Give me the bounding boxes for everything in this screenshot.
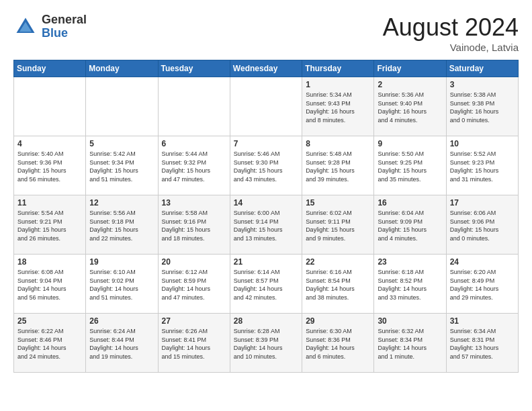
day-info: Sunrise: 6:06 AM Sunset: 9:06 PM Dayligh… <box>450 209 515 242</box>
header-cell-tuesday: Tuesday <box>158 60 230 77</box>
day-number: 31 <box>450 316 515 326</box>
day-info: Sunrise: 6:26 AM Sunset: 8:41 PM Dayligh… <box>162 327 226 361</box>
day-cell: 9Sunrise: 5:50 AM Sunset: 9:25 PM Daylig… <box>374 136 446 195</box>
day-info: Sunrise: 6:02 AM Sunset: 9:11 PM Dayligh… <box>306 209 370 242</box>
day-info: Sunrise: 5:44 AM Sunset: 9:32 PM Dayligh… <box>162 150 226 183</box>
day-number: 13 <box>162 198 226 208</box>
day-number: 8 <box>306 139 370 148</box>
day-info: Sunrise: 6:18 AM Sunset: 8:52 PM Dayligh… <box>378 268 442 302</box>
day-info: Sunrise: 6:08 AM Sunset: 9:04 PM Dayligh… <box>17 268 82 302</box>
day-number: 4 <box>17 139 82 148</box>
week-row-3: 18Sunrise: 6:08 AM Sunset: 9:04 PM Dayli… <box>14 255 519 314</box>
day-cell: 5Sunrise: 5:42 AM Sunset: 9:34 PM Daylig… <box>86 136 158 195</box>
day-number: 15 <box>306 198 370 208</box>
day-cell: 28Sunrise: 6:28 AM Sunset: 8:39 PM Dayli… <box>230 314 302 373</box>
day-info: Sunrise: 5:38 AM Sunset: 9:38 PM Dayligh… <box>450 91 515 124</box>
day-number: 20 <box>162 257 226 267</box>
day-cell: 18Sunrise: 6:08 AM Sunset: 9:04 PM Dayli… <box>14 255 86 314</box>
day-info: Sunrise: 6:22 AM Sunset: 8:46 PM Dayligh… <box>17 327 82 361</box>
day-info: Sunrise: 6:34 AM Sunset: 8:31 PM Dayligh… <box>450 327 515 361</box>
day-cell: 10Sunrise: 5:52 AM Sunset: 9:23 PM Dayli… <box>446 136 518 195</box>
page-header: General Blue August 2024 Vainode, Latvia <box>13 13 519 53</box>
day-number: 5 <box>89 139 154 148</box>
calendar-table: SundayMondayTuesdayWednesdayThursdayFrid… <box>13 60 519 373</box>
day-cell: 7Sunrise: 5:46 AM Sunset: 9:30 PM Daylig… <box>230 136 302 195</box>
day-info: Sunrise: 5:40 AM Sunset: 9:36 PM Dayligh… <box>17 150 82 183</box>
day-cell: 21Sunrise: 6:14 AM Sunset: 8:57 PM Dayli… <box>230 255 302 314</box>
day-cell: 27Sunrise: 6:26 AM Sunset: 8:41 PM Dayli… <box>158 314 230 373</box>
header-cell-friday: Friday <box>374 60 446 77</box>
day-number: 12 <box>89 198 154 208</box>
day-info: Sunrise: 6:00 AM Sunset: 9:14 PM Dayligh… <box>234 209 298 242</box>
logo-icon <box>13 15 38 39</box>
day-cell: 26Sunrise: 6:24 AM Sunset: 8:44 PM Dayli… <box>86 314 158 373</box>
day-cell: 11Sunrise: 5:54 AM Sunset: 9:21 PM Dayli… <box>14 195 86 255</box>
day-info: Sunrise: 6:20 AM Sunset: 8:49 PM Dayligh… <box>450 268 515 302</box>
day-cell: 12Sunrise: 5:56 AM Sunset: 9:18 PM Dayli… <box>86 195 158 255</box>
day-number: 24 <box>450 257 515 267</box>
day-info: Sunrise: 5:58 AM Sunset: 9:16 PM Dayligh… <box>162 209 226 242</box>
day-cell: 14Sunrise: 6:00 AM Sunset: 9:14 PM Dayli… <box>230 195 302 255</box>
day-number: 9 <box>378 139 442 148</box>
day-info: Sunrise: 5:42 AM Sunset: 9:34 PM Dayligh… <box>89 150 154 183</box>
day-info: Sunrise: 6:30 AM Sunset: 8:36 PM Dayligh… <box>306 327 370 361</box>
logo: General Blue <box>13 13 87 40</box>
day-cell: 22Sunrise: 6:16 AM Sunset: 8:54 PM Dayli… <box>302 255 374 314</box>
day-info: Sunrise: 5:52 AM Sunset: 9:23 PM Dayligh… <box>450 150 515 183</box>
day-number: 14 <box>234 198 298 208</box>
day-cell: 31Sunrise: 6:34 AM Sunset: 8:31 PM Dayli… <box>446 314 518 373</box>
day-info: Sunrise: 5:36 AM Sunset: 9:40 PM Dayligh… <box>378 91 442 124</box>
header-cell-monday: Monday <box>86 60 158 77</box>
day-info: Sunrise: 6:32 AM Sunset: 8:34 PM Dayligh… <box>378 327 442 361</box>
day-number: 25 <box>17 316 82 326</box>
day-info: Sunrise: 5:46 AM Sunset: 9:30 PM Dayligh… <box>234 150 298 183</box>
header-cell-thursday: Thursday <box>302 60 374 77</box>
day-number: 29 <box>306 316 370 326</box>
day-number: 6 <box>162 139 226 148</box>
logo-general: General <box>42 13 87 27</box>
day-cell: 6Sunrise: 5:44 AM Sunset: 9:32 PM Daylig… <box>158 136 230 195</box>
header-cell-sunday: Sunday <box>14 60 86 77</box>
day-cell: 19Sunrise: 6:10 AM Sunset: 9:02 PM Dayli… <box>86 255 158 314</box>
day-cell: 15Sunrise: 6:02 AM Sunset: 9:11 PM Dayli… <box>302 195 374 255</box>
day-info: Sunrise: 6:28 AM Sunset: 8:39 PM Dayligh… <box>234 327 298 361</box>
day-cell <box>14 77 86 136</box>
day-cell: 1Sunrise: 5:34 AM Sunset: 9:43 PM Daylig… <box>302 77 374 136</box>
day-number: 18 <box>17 257 82 267</box>
day-number: 17 <box>450 198 515 208</box>
day-info: Sunrise: 6:04 AM Sunset: 9:09 PM Dayligh… <box>378 209 442 242</box>
day-number: 2 <box>378 80 442 89</box>
day-info: Sunrise: 5:50 AM Sunset: 9:25 PM Dayligh… <box>378 150 442 183</box>
day-cell: 20Sunrise: 6:12 AM Sunset: 8:59 PM Dayli… <box>158 255 230 314</box>
header-cell-saturday: Saturday <box>446 60 518 77</box>
calendar-header: SundayMondayTuesdayWednesdayThursdayFrid… <box>14 60 519 77</box>
day-cell: 2Sunrise: 5:36 AM Sunset: 9:40 PM Daylig… <box>374 77 446 136</box>
day-number: 19 <box>89 257 154 267</box>
week-row-1: 4Sunrise: 5:40 AM Sunset: 9:36 PM Daylig… <box>14 136 519 195</box>
calendar-body: 1Sunrise: 5:34 AM Sunset: 9:43 PM Daylig… <box>14 77 519 373</box>
day-info: Sunrise: 6:12 AM Sunset: 8:59 PM Dayligh… <box>162 268 226 302</box>
day-number: 10 <box>450 139 515 148</box>
day-cell: 25Sunrise: 6:22 AM Sunset: 8:46 PM Dayli… <box>14 314 86 373</box>
day-number: 22 <box>306 257 370 267</box>
day-info: Sunrise: 6:14 AM Sunset: 8:57 PM Dayligh… <box>234 268 298 302</box>
week-row-4: 25Sunrise: 6:22 AM Sunset: 8:46 PM Dayli… <box>14 314 519 373</box>
day-cell: 23Sunrise: 6:18 AM Sunset: 8:52 PM Dayli… <box>374 255 446 314</box>
day-number: 3 <box>450 80 515 89</box>
logo-text: General Blue <box>42 13 87 40</box>
day-number: 26 <box>89 316 154 326</box>
month-year: August 2024 <box>383 13 519 42</box>
day-info: Sunrise: 6:10 AM Sunset: 9:02 PM Dayligh… <box>89 268 154 302</box>
day-cell <box>158 77 230 136</box>
day-cell: 30Sunrise: 6:32 AM Sunset: 8:34 PM Dayli… <box>374 314 446 373</box>
day-cell: 17Sunrise: 6:06 AM Sunset: 9:06 PM Dayli… <box>446 195 518 255</box>
title-block: August 2024 Vainode, Latvia <box>383 13 519 53</box>
day-cell: 8Sunrise: 5:48 AM Sunset: 9:28 PM Daylig… <box>302 136 374 195</box>
day-number: 11 <box>17 198 82 208</box>
header-cell-wednesday: Wednesday <box>230 60 302 77</box>
day-number: 7 <box>234 139 298 148</box>
day-info: Sunrise: 5:56 AM Sunset: 9:18 PM Dayligh… <box>89 209 154 242</box>
day-number: 21 <box>234 257 298 267</box>
day-number: 16 <box>378 198 442 208</box>
logo-blue: Blue <box>42 27 87 40</box>
